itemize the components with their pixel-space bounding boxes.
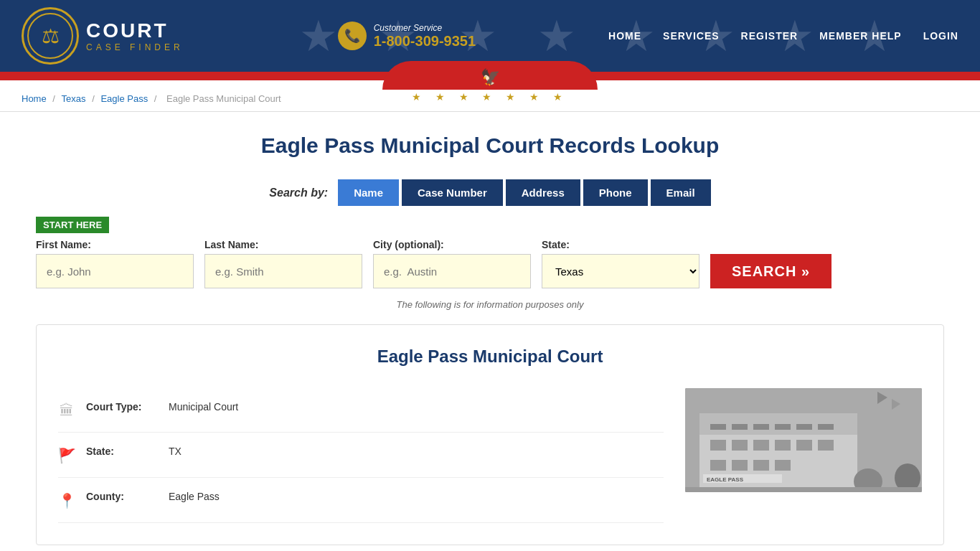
court-card: Eagle Pass Municipal Court 🏛 Court Type:… [36,324,944,545]
svg-rect-11 [753,440,769,451]
city-group: City (optional): [373,239,531,288]
breadcrumb-current: Eagle Pass Municipal Court [166,93,281,104]
court-type-value: Municipal Court [169,401,238,413]
svg-rect-3 [710,424,726,430]
nav-home[interactable]: HOME [608,30,641,42]
nav-login[interactable]: LOGIN [923,30,958,42]
svg-rect-10 [732,440,748,451]
eagle-symbol: 🦅 [481,68,500,87]
phone-area: 📞 Customer Service 1-800-309-9351 [338,22,476,50]
county-value: Eagle Pass [169,491,220,502]
stars-row: ★ ★ ★ ★ ★ ★ ★ [412,91,568,103]
state-detail-label: State: [86,446,158,457]
eagle-arc: 🦅 [382,61,598,90]
tab-name[interactable]: Name [338,179,399,206]
logo-case-finder-text: CASE FINDER [86,42,184,52]
search-button[interactable]: SEARCH » [710,254,831,288]
last-name-group: Last Name: [204,239,362,288]
svg-rect-9 [710,440,726,451]
svg-rect-18 [775,460,791,471]
location-icon: 📍 [58,492,75,509]
breadcrumb-home[interactable]: Home [22,93,47,104]
state-row: 🚩 State: TX [58,433,664,478]
main-nav: HOME SERVICES REGISTER MEMBER HELP LOGIN [608,30,958,42]
svg-rect-12 [775,440,791,451]
phone-label: Customer Service [374,23,476,33]
breadcrumb-sep-3: / [154,93,159,104]
court-building-svg: EAGLE PASS [685,388,922,492]
svg-rect-16 [732,460,748,471]
last-name-label: Last Name: [204,239,362,250]
logo-badge-inner: ⚖ [27,13,73,59]
svg-rect-7 [796,424,812,430]
county-row: 📍 County: Eagle Pass [58,478,664,523]
state-label: State: [542,239,699,250]
first-name-input[interactable] [36,254,194,288]
phone-icon: 📞 [338,22,367,50]
nav-member-help[interactable]: MEMBER HELP [819,30,901,42]
state-detail-value: TX [169,446,182,457]
svg-rect-15 [710,460,726,471]
phone-text: Customer Service 1-800-309-9351 [374,23,476,50]
court-image: EAGLE PASS [685,388,922,492]
svg-rect-13 [796,440,812,451]
first-name-group: First Name: [36,239,194,288]
city-label: City (optional): [373,239,531,250]
state-select[interactable]: Texas Alabama Alaska California Florida … [542,254,699,288]
tab-address[interactable]: Address [506,179,580,206]
header-divider: 🦅 ★ ★ ★ ★ ★ ★ ★ [0,72,980,86]
court-card-title: Eagle Pass Municipal Court [58,347,922,367]
logo-icon: ⚖ [42,24,60,48]
phone-number: 1-800-309-9351 [374,33,476,50]
search-by-row: Search by: Name Case Number Address Phon… [36,179,944,206]
svg-rect-6 [775,424,791,430]
search-form: First Name: Last Name: City (optional): … [36,239,944,288]
tab-case-number[interactable]: Case Number [402,179,503,206]
svg-rect-22 [890,395,892,456]
svg-rect-5 [753,424,769,430]
state-group: State: Texas Alabama Alaska California F… [542,239,699,288]
city-input[interactable] [373,254,531,288]
nav-register[interactable]: REGISTER [741,30,798,42]
county-label: County: [86,491,158,502]
start-here-text: START HERE [36,217,109,233]
main-content: Eagle Pass Municipal Court Records Looku… [0,112,980,551]
flag-icon: 🚩 [58,447,75,464]
eagle-center: 🦅 ★ ★ ★ ★ ★ ★ ★ [382,61,598,103]
svg-rect-4 [732,424,748,430]
logo-badge: ⚖ [22,7,79,65]
tab-phone[interactable]: Phone [583,179,648,206]
building-icon: 🏛 [58,402,75,419]
nav-services[interactable]: SERVICES [663,30,720,42]
svg-rect-8 [818,424,834,430]
svg-rect-17 [753,460,769,471]
breadcrumb-city[interactable]: Eagle Pass [100,93,148,104]
logo-court-text: COURT [86,19,184,42]
search-by-label: Search by: [269,187,328,199]
first-name-label: First Name: [36,239,194,250]
page-title: Eagle Pass Municipal Court Records Looku… [36,133,944,158]
svg-rect-14 [818,440,834,451]
breadcrumb-sep-1: / [52,93,57,104]
start-here-badge: START HERE [36,217,944,239]
breadcrumb-state[interactable]: Texas [62,93,86,104]
court-type-row: 🏛 Court Type: Municipal Court [58,388,664,433]
court-info-layout: 🏛 Court Type: Municipal Court 🚩 State: T… [58,388,922,523]
svg-rect-27 [685,487,922,492]
last-name-input[interactable] [204,254,362,288]
breadcrumb-sep-2: / [92,93,97,104]
tab-email[interactable]: Email [651,179,711,206]
search-section: Search by: Name Case Number Address Phon… [36,179,944,310]
svg-rect-21 [875,388,877,460]
svg-text:EAGLE PASS: EAGLE PASS [707,476,744,483]
court-type-label: Court Type: [86,401,158,413]
court-details: 🏛 Court Type: Municipal Court 🚩 State: T… [58,388,664,523]
logo-area: ⚖ COURT CASE FINDER [22,7,184,65]
logo-text: COURT CASE FINDER [86,19,184,52]
info-note: The following is for information purpose… [36,299,944,310]
